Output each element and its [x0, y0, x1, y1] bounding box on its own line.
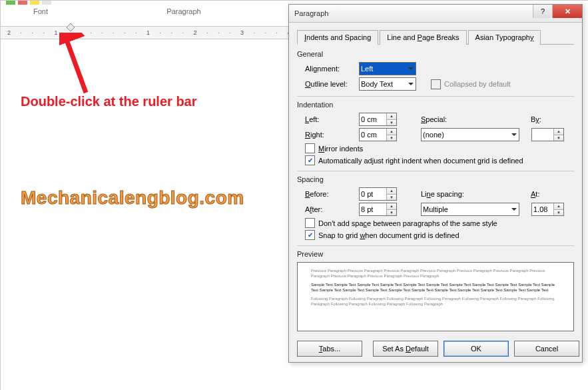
spin-down-icon[interactable]: ▼: [554, 210, 563, 216]
help-button[interactable]: ?: [533, 5, 552, 18]
before-label: Before:: [305, 190, 355, 198]
line-spacing-label: Line spacing:: [421, 190, 484, 198]
indent-right-spinner[interactable]: ▲▼: [359, 128, 397, 141]
preview-following: Following Paragraph Following Paragraph …: [311, 296, 560, 307]
indent-left-label: Left:: [305, 115, 355, 123]
group-general: General Alignment: Left Outline level: B…: [297, 50, 574, 91]
group-spacing: Spacing Before: ▲▼ Line spacing: At: Aft…: [297, 175, 574, 240]
ok-button[interactable]: OK: [443, 341, 509, 357]
alignment-select[interactable]: Left: [359, 62, 416, 75]
indent-marker-icon[interactable]: [67, 23, 75, 30]
set-default-button[interactable]: Set As Default: [373, 341, 438, 357]
svg-line-2: [66, 38, 86, 93]
group-title: Indentation: [297, 101, 574, 109]
group-title: Preview: [297, 250, 574, 258]
spin-down-icon[interactable]: ▼: [387, 120, 396, 126]
group-indentation: Indentation Left: ▲▼ Special: By: Right:…: [297, 101, 574, 165]
tab-indents-spacing[interactable]: Indents and Spacing: [297, 30, 378, 45]
special-select[interactable]: (none): [421, 128, 519, 141]
by-input[interactable]: [532, 129, 553, 141]
dialog-titlebar[interactable]: Paragraph ? ✕: [289, 5, 582, 23]
auto-adjust-label: Automatically adjust right indent when d…: [318, 157, 523, 165]
ribbon-group-paragraph: Paragraph: [81, 7, 287, 15]
close-button[interactable]: ✕: [552, 5, 582, 18]
tab-label: ndents and Spacing: [306, 33, 371, 41]
after-label: After:: [305, 205, 355, 213]
after-spinner[interactable]: ▲▼: [359, 203, 397, 216]
tab-asian-typography[interactable]: Asian Typography: [468, 30, 541, 45]
indent-left-input[interactable]: [360, 113, 386, 125]
indent-right-input[interactable]: [360, 129, 386, 141]
by-label: By:: [531, 115, 541, 123]
before-input[interactable]: [360, 188, 386, 200]
watermark-text: Mechanicalengblog.com: [21, 187, 244, 209]
collapsed-checkbox: [431, 79, 441, 89]
snap-checkbox[interactable]: ✔: [305, 230, 315, 240]
snap-label: Snap to grid when document grid is defin…: [318, 231, 459, 239]
ribbon-icons: [6, 1, 51, 5]
by-spinner[interactable]: ▲▼: [531, 128, 564, 141]
special-label: Special:: [421, 115, 484, 123]
spin-down-icon[interactable]: ▼: [554, 135, 563, 141]
at-spinner[interactable]: ▲▼: [531, 203, 564, 216]
dialog-button-row: Tabs... Set As Default OK Cancel: [297, 337, 574, 357]
dialog-tabs: Indents and Spacing Line and Page Breaks…: [297, 29, 574, 45]
tabs-button[interactable]: Tabs...: [297, 341, 362, 357]
outline-select[interactable]: Body Text: [359, 77, 416, 91]
preview-previous: Previous Paragraph Previous Paragraph Pr…: [311, 268, 560, 279]
annotation-arrow-icon: [59, 33, 106, 98]
before-spinner[interactable]: ▲▼: [359, 187, 397, 201]
svg-marker-0: [67, 23, 75, 31]
at-label: At:: [531, 190, 539, 198]
spin-down-icon[interactable]: ▼: [387, 195, 396, 201]
auto-adjust-checkbox[interactable]: ✔: [305, 155, 315, 165]
spin-up-icon[interactable]: ▲: [387, 113, 396, 120]
ribbon-group-font: Font: [1, 7, 81, 15]
spin-up-icon[interactable]: ▲: [387, 188, 396, 195]
spin-down-icon[interactable]: ▼: [387, 135, 396, 141]
line-spacing-select[interactable]: Multiple: [421, 203, 519, 216]
annotation-text: Double-click at the ruler bar: [21, 94, 197, 109]
after-input[interactable]: [360, 203, 386, 215]
indent-right-label: Right:: [305, 131, 355, 139]
paragraph-dialog: Paragraph ? ✕ Indents and Spacing Line a…: [288, 4, 583, 363]
mirror-checkbox[interactable]: [305, 143, 315, 153]
mirror-label: Mirror indents: [318, 145, 363, 153]
preview-sample: Sample Text Sample Text Sample Text Samp…: [311, 282, 560, 293]
spin-up-icon[interactable]: ▲: [554, 203, 563, 210]
preview-box: Previous Paragraph Previous Paragraph Pr…: [297, 262, 574, 331]
spin-up-icon[interactable]: ▲: [387, 129, 396, 135]
spin-up-icon[interactable]: ▲: [554, 129, 563, 135]
dialog-title: Paragraph: [294, 9, 328, 17]
group-title: Spacing: [297, 175, 574, 183]
nospace-label: Don't add space between paragraphs of th…: [318, 219, 497, 227]
spin-down-icon[interactable]: ▼: [387, 210, 396, 216]
collapsed-label: Collapsed by default: [444, 80, 511, 88]
alignment-label: Alignment:: [305, 65, 355, 73]
cancel-button[interactable]: Cancel: [514, 341, 579, 357]
tab-line-breaks[interactable]: Line and Page Breaks: [380, 30, 466, 45]
group-preview: Preview Previous Paragraph Previous Para…: [297, 250, 574, 331]
nospace-checkbox[interactable]: [305, 218, 315, 228]
outline-label: Outline level:: [305, 80, 355, 88]
spin-up-icon[interactable]: ▲: [387, 203, 396, 210]
indent-left-spinner[interactable]: ▲▼: [359, 113, 397, 126]
at-input[interactable]: [532, 203, 553, 215]
group-title: General: [297, 50, 574, 58]
ruler-bar[interactable]: 2 · · · 1 · · · · · · · 1 · · · 2 · · · …: [1, 26, 294, 39]
